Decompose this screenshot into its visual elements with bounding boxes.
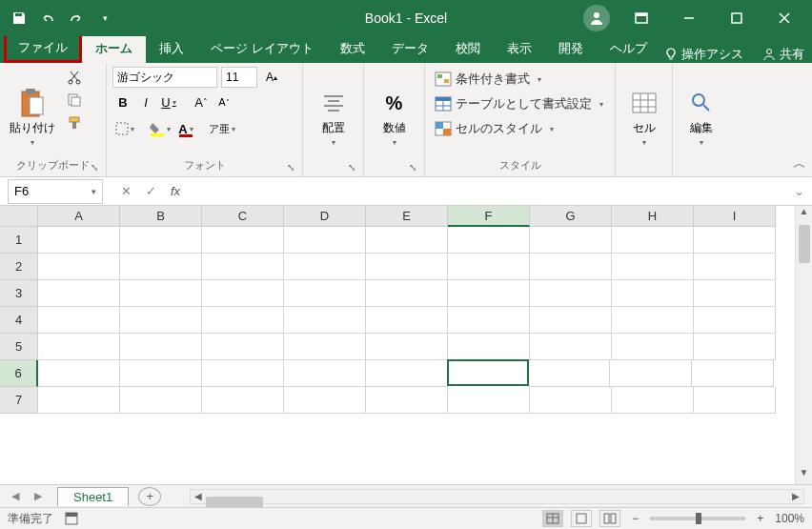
cell[interactable] xyxy=(692,360,774,387)
column-header[interactable]: D xyxy=(284,206,366,227)
scroll-up-icon[interactable]: ▲ xyxy=(796,206,812,223)
tab-formulas[interactable]: 数式 xyxy=(327,34,378,63)
alignment-launcher-icon[interactable]: ⤡ xyxy=(348,162,355,173)
cell[interactable] xyxy=(366,387,448,414)
cell[interactable] xyxy=(202,280,284,307)
zoom-slider[interactable] xyxy=(650,517,745,520)
font-color-icon[interactable]: A xyxy=(175,118,196,139)
cell[interactable] xyxy=(366,360,448,387)
zoom-out-button[interactable]: − xyxy=(628,512,642,525)
cell[interactable] xyxy=(694,227,776,254)
cell[interactable] xyxy=(448,334,530,360)
row-header[interactable]: 2 xyxy=(0,254,38,280)
column-header[interactable]: C xyxy=(202,206,284,227)
cell[interactable] xyxy=(38,307,120,334)
cell[interactable] xyxy=(120,280,202,307)
font-size-select[interactable] xyxy=(221,67,257,88)
expand-formula-bar-icon[interactable]: ⌄ xyxy=(793,184,812,198)
conditional-format-button[interactable]: 条件付き書式 xyxy=(431,67,609,92)
cell[interactable] xyxy=(366,334,448,360)
maximize-button[interactable] xyxy=(715,4,759,32)
column-header[interactable]: E xyxy=(366,206,448,227)
page-layout-view-icon[interactable] xyxy=(571,510,592,527)
editing-button[interactable]: 編集 ▾ xyxy=(682,67,721,151)
cells-button[interactable]: セル ▾ xyxy=(625,67,663,151)
tab-developer[interactable]: 開発 xyxy=(545,34,597,63)
name-box[interactable]: F6▾ xyxy=(8,179,103,204)
tell-me[interactable]: 操作アシス xyxy=(681,46,743,63)
cell[interactable] xyxy=(612,334,694,360)
zoom-level[interactable]: 100% xyxy=(775,512,804,525)
cell[interactable] xyxy=(530,307,612,334)
cell[interactable] xyxy=(284,254,366,280)
cell[interactable] xyxy=(202,254,284,280)
cell[interactable] xyxy=(448,280,530,307)
cell[interactable] xyxy=(530,227,612,254)
paste-button[interactable]: 貼り付け ▾ xyxy=(6,67,59,151)
tab-insert[interactable]: 挿入 xyxy=(146,34,197,63)
borders-icon[interactable] xyxy=(112,118,137,139)
cell-styles-button[interactable]: セルのスタイル xyxy=(431,116,609,141)
grow-font-icon[interactable]: A˄ xyxy=(191,92,212,112)
cell[interactable] xyxy=(120,360,202,387)
zoom-in-button[interactable]: + xyxy=(753,512,767,525)
row-header[interactable]: 4 xyxy=(0,307,38,334)
cell[interactable] xyxy=(202,307,284,334)
cell[interactable] xyxy=(530,334,612,360)
row-header[interactable]: 5 xyxy=(0,334,38,360)
cell[interactable] xyxy=(284,227,366,254)
sheet-tab[interactable]: Sheet1 xyxy=(57,487,129,506)
row-header[interactable]: 7 xyxy=(0,387,38,414)
italic-button[interactable]: I xyxy=(135,92,156,112)
new-sheet-button[interactable]: + xyxy=(138,487,161,506)
ribbon-display-icon[interactable] xyxy=(619,4,663,32)
shrink-font-icon[interactable]: A˅ xyxy=(213,92,234,112)
clipboard-launcher-icon[interactable]: ⤡ xyxy=(91,162,98,173)
column-header[interactable]: G xyxy=(530,206,612,227)
scroll-down-icon[interactable]: ▼ xyxy=(796,467,812,484)
row-header[interactable]: 3 xyxy=(0,280,38,307)
row-header[interactable]: 1 xyxy=(0,227,38,254)
format-table-button[interactable]: テーブルとして書式設定 xyxy=(431,92,609,116)
sheet-nav-prev-icon[interactable]: ◀ xyxy=(4,490,27,502)
column-header[interactable]: F xyxy=(448,206,530,227)
cell[interactable] xyxy=(202,360,284,387)
cell[interactable] xyxy=(120,334,202,360)
page-break-view-icon[interactable] xyxy=(599,510,620,527)
close-button[interactable] xyxy=(762,4,806,32)
font-name-select[interactable] xyxy=(112,67,217,88)
cell[interactable] xyxy=(120,254,202,280)
vertical-scrollbar[interactable]: ▲ ▼ xyxy=(795,206,812,484)
cell[interactable] xyxy=(38,387,120,414)
cut-icon[interactable] xyxy=(63,67,86,88)
font-launcher-icon[interactable]: ⤡ xyxy=(287,162,294,173)
cell[interactable] xyxy=(202,334,284,360)
cell[interactable] xyxy=(38,334,120,360)
cell[interactable] xyxy=(284,280,366,307)
cell[interactable] xyxy=(694,280,776,307)
cell[interactable] xyxy=(120,307,202,334)
save-icon[interactable] xyxy=(6,5,32,31)
number-launcher-icon[interactable]: ⤡ xyxy=(409,162,416,173)
cell[interactable] xyxy=(38,280,120,307)
collapse-ribbon-icon[interactable]: ︿ xyxy=(793,155,806,173)
tab-file[interactable]: ファイル xyxy=(4,32,82,63)
cell[interactable] xyxy=(530,254,612,280)
cell[interactable] xyxy=(694,307,776,334)
column-header[interactable]: A xyxy=(38,206,120,227)
format-painter-icon[interactable] xyxy=(63,112,86,133)
cell[interactable] xyxy=(694,254,776,280)
vscroll-thumb[interactable] xyxy=(799,225,810,263)
cell[interactable] xyxy=(284,360,366,387)
macro-record-icon[interactable] xyxy=(65,512,78,525)
fill-color-icon[interactable] xyxy=(147,118,173,139)
scroll-right-icon[interactable]: ▶ xyxy=(788,491,803,501)
cell[interactable] xyxy=(284,387,366,414)
normal-view-icon[interactable] xyxy=(542,510,563,527)
cell[interactable] xyxy=(612,254,694,280)
cells-area[interactable] xyxy=(38,227,795,484)
bold-button[interactable]: B xyxy=(112,92,133,112)
redo-icon[interactable] xyxy=(63,5,90,31)
tab-page-layout[interactable]: ページ レイアウト xyxy=(197,34,327,63)
tab-home[interactable]: ホーム xyxy=(82,34,146,63)
